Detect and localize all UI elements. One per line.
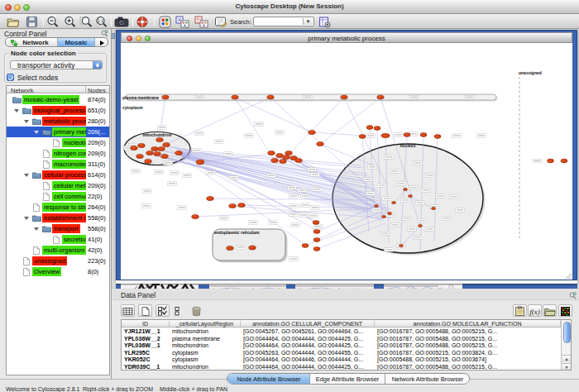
tree-row-nodes-count: 614(0) (88, 170, 106, 179)
tree-row-nodes-count: 209(... (88, 127, 105, 136)
table-row[interactable]: YKR052Ccytoplasm[GO:0044464, GO:0044446,… (122, 356, 561, 364)
folder-icon (42, 128, 51, 136)
tree-row[interactable]: secretion41(0) (7, 234, 109, 245)
status-hint-zoom: Right-click + drag to ZOOM (83, 386, 153, 392)
network-canvas[interactable]: plasma membranecytoplasmmitochondrionnuc… (121, 43, 572, 280)
attribute-grid-button[interactable] (121, 304, 135, 317)
expand-triangle-icon[interactable] (14, 109, 19, 112)
snapshot-camera-icon[interactable] (114, 16, 129, 28)
tree-row-label: response to stimul (42, 203, 86, 212)
table-cell: YLR295C (124, 350, 169, 357)
tree-row[interactable]: nitrogen compo209(0) (7, 148, 109, 159)
scrollbar-thumb[interactable] (563, 322, 571, 343)
expand-triangle-icon[interactable] (24, 174, 29, 177)
tab-overflow-arrow-button[interactable] (95, 38, 108, 46)
table-cell: cytoplasm (172, 350, 240, 357)
float-data-panel-icon[interactable] (569, 292, 577, 299)
svg-text:f(x): f(x) (529, 308, 540, 316)
tree-row[interactable]: response to stimul264(0) (7, 202, 109, 213)
column-header[interactable]: annotation.GO CELLULAR_COMPONENT (241, 321, 375, 327)
zoom-in-icon[interactable] (64, 16, 77, 28)
tab-mosaic[interactable]: Mosaic (57, 38, 95, 46)
tab-node-attribute-browser[interactable]: Node Attribute Browser (227, 374, 310, 384)
expand-triangle-icon[interactable] (34, 131, 39, 134)
tree-row-nodes-count: 280(0) (88, 117, 106, 126)
tree-row[interactable]: establishment of lo558(0) (7, 213, 109, 223)
table-row[interactable]: YLR295Ccytoplasm[GO:0045263, GO:0044444,… (122, 350, 561, 357)
tree-row[interactable]: nucleobase-209(0) (7, 137, 109, 148)
expand-triangle-icon[interactable] (34, 227, 39, 231)
select-attributes-button[interactable] (156, 304, 170, 317)
tree-row[interactable]: unassigned223(0) (7, 256, 109, 266)
tree-row[interactable]: cellular process614(0) (7, 170, 109, 180)
help-lifesaver-icon[interactable] (136, 16, 149, 28)
tree-row[interactable]: cellular metabo209(0) (7, 180, 109, 191)
select-nodes-checkbox[interactable] (7, 74, 14, 81)
delete-attribute-button[interactable] (189, 304, 203, 317)
unselect-attributes-button[interactable] (172, 304, 186, 317)
tree-row-nodes-count: 558(0) (88, 224, 106, 233)
column-header[interactable]: annotation.GO MOLECULAR_FUNCTION (375, 321, 561, 327)
tree-row[interactable]: primary metabo209(... (7, 127, 109, 137)
table-cell: YKR052C (124, 356, 169, 364)
tree-row[interactable]: biological_process651(0) (7, 105, 109, 116)
tree-row-label: mosaic-demo-yeast (22, 95, 79, 104)
import-table-icon[interactable] (194, 16, 208, 28)
table-row[interactable]: YDR039C__1mitochondrion[GO:0044464, GO:0… (122, 364, 561, 370)
table-cell: mitochondrion (172, 328, 240, 336)
attribute-table-scrollbar[interactable]: ▲ ▼ (561, 320, 572, 370)
heatmap-button[interactable] (558, 304, 572, 317)
tab-network-attribute-browser[interactable]: Network Attribute Browser (385, 374, 470, 384)
folder-icon (32, 171, 41, 179)
tab-edge-attribute-browser[interactable]: Edge Attribute Browser (310, 374, 385, 384)
table-row[interactable]: YJR121W__1mitochondrion[GO:0045267, GO:0… (122, 328, 561, 336)
search-input[interactable]: ▼ (253, 17, 314, 26)
tree-row-nodes-count: 223(0) (88, 256, 106, 265)
zoom-out-icon[interactable] (46, 16, 60, 28)
table-row[interactable]: YPL036W__2plasma membrane[GO:0044464, GO… (122, 336, 561, 343)
right-arrow-icon (100, 41, 104, 45)
save-icon[interactable] (26, 16, 38, 28)
zoom-fit-icon[interactable]: 1:1 (94, 16, 108, 28)
tree-row-nodes-count: 209(0) (88, 181, 106, 190)
import-attributes-button[interactable] (543, 304, 557, 317)
expand-triangle-icon[interactable] (24, 120, 29, 123)
search-options-icon[interactable] (318, 16, 331, 28)
expand-triangle-icon[interactable] (24, 217, 29, 220)
select-nodes-label: Select nodes (17, 74, 58, 82)
scroll-down-icon[interactable]: ▼ (562, 363, 572, 370)
tab-network[interactable]: Network (6, 38, 57, 46)
tree-row[interactable]: macromolecule311(0) (7, 159, 109, 170)
zoom-selected-icon[interactable] (79, 16, 93, 28)
annotation-icon[interactable] (214, 16, 227, 28)
search-dropdown-arrow-icon[interactable]: ▼ (303, 18, 313, 26)
new-attribute-button[interactable] (138, 304, 152, 317)
network-tab-icon (11, 40, 17, 46)
page-icon (43, 150, 50, 158)
svg-text:nucleus: nucleus (400, 143, 416, 148)
node-color-attribute-select[interactable]: transporter activity (10, 60, 103, 69)
network-window-titlebar[interactable]: primary metabolic process (121, 32, 572, 43)
tree-row[interactable]: mosaic-demo-yeast874(0) (7, 94, 109, 105)
tree-row[interactable]: multi-organism pro42(0) (7, 245, 109, 256)
tree-row[interactable]: transport558(0) (7, 223, 109, 234)
control-panel: Control Panel Network Mosaic Node color … (0, 29, 112, 379)
status-hint-pan: Middle-click + drag to PAN (160, 386, 227, 392)
tree-row[interactable]: Overview8(0) (7, 266, 109, 277)
table-cell: mitochondrion (172, 342, 240, 350)
formula-builder-button[interactable]: f(x) (528, 304, 542, 317)
tree-row-label: establishment of lo (42, 213, 86, 222)
network-view-window: primary metabolic process plasma membran… (116, 30, 577, 280)
float-panel-icon[interactable] (101, 30, 108, 37)
vizmapper-icon[interactable] (159, 16, 171, 28)
column-header[interactable]: _cellularLayoutRegion (170, 321, 241, 327)
tree-row[interactable]: cell communicat22(0) (7, 191, 109, 202)
scroll-up-icon[interactable]: ▲ (562, 355, 572, 362)
tree-row[interactable]: metabolic process280(0) (7, 116, 109, 127)
column-header[interactable]: ID (122, 321, 170, 327)
table-row[interactable]: YPL036W__1mitochondrion[GO:0044464, GO:0… (122, 342, 561, 350)
attribute-list-button[interactable] (513, 304, 527, 317)
import-network-icon[interactable] (175, 16, 189, 28)
open-folder-icon[interactable] (7, 16, 20, 28)
folder-icon (22, 107, 31, 114)
